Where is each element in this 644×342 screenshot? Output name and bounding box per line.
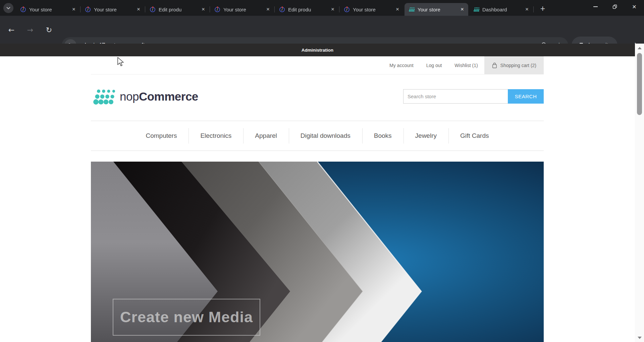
tab-separator xyxy=(80,6,80,12)
browser-window: Your store×Your store×Edit produ×Your st… xyxy=(0,0,644,342)
category-menu-item[interactable]: Apparel xyxy=(243,132,289,139)
scrollbar-up-button[interactable] xyxy=(635,44,644,52)
shopping-cart-label: Shopping cart (2) xyxy=(500,63,536,68)
tab-label: Your store xyxy=(94,7,135,12)
circle-bolt-icon xyxy=(150,6,156,12)
tab-label: Your store xyxy=(29,7,70,12)
close-icon: ✕ xyxy=(632,4,636,10)
page-content: My accountLog outWishlist (1) Shopping c… xyxy=(91,56,544,342)
tab[interactable]: Your store× xyxy=(81,3,145,16)
tab-label: Your store xyxy=(353,7,394,12)
arrow-up-icon xyxy=(638,47,642,49)
hero-cta-label: Create new Media xyxy=(120,308,253,326)
tab-close-icon[interactable]: × xyxy=(200,6,207,13)
hero-banner[interactable]: Create new Media xyxy=(91,162,544,342)
account-links: My accountLog outWishlist (1) xyxy=(383,56,484,74)
tab-close-icon[interactable]: × xyxy=(135,6,142,13)
arrow-down-icon xyxy=(638,337,642,339)
tab-close-icon[interactable]: × xyxy=(329,6,336,13)
category-menu: ComputersElectronicsApparelDigital downl… xyxy=(91,121,544,151)
header-links-row: My accountLog outWishlist (1) Shopping c… xyxy=(91,56,544,74)
store-logo[interactable]: nopCommerce xyxy=(92,87,198,106)
browser-titlebar: Your store×Your store×Edit produ×Your st… xyxy=(0,0,644,16)
tab-label: Your store xyxy=(418,7,459,12)
tab[interactable]: Dashboard× xyxy=(469,3,533,16)
tab-close-icon[interactable]: × xyxy=(394,6,401,13)
nop-dots-icon xyxy=(473,6,479,12)
tab-label: Edit produ xyxy=(288,7,329,12)
category-menu-item[interactable]: Digital downloads xyxy=(289,132,362,139)
tab-strip: Your store×Your store×Edit produ×Your st… xyxy=(0,0,570,16)
circle-bolt-icon xyxy=(279,6,285,12)
category-menu-item[interactable]: Gift Cards xyxy=(448,132,501,139)
window-restore-button[interactable] xyxy=(605,0,625,13)
tab[interactable]: Edit produ× xyxy=(275,3,339,16)
tab-close-icon[interactable]: × xyxy=(459,6,466,13)
category-menu-item[interactable]: Computers xyxy=(134,132,189,139)
tab[interactable]: Edit produ× xyxy=(146,3,209,16)
forward-button[interactable]: → xyxy=(23,23,37,37)
tab[interactable]: Your store× xyxy=(210,3,274,16)
new-tab-button[interactable]: + xyxy=(538,3,548,13)
circle-bolt-icon xyxy=(20,6,26,12)
shopping-cart-link[interactable]: Shopping cart (2) xyxy=(484,56,544,74)
category-menu-item[interactable]: Books xyxy=(362,132,404,139)
administration-label: Administration xyxy=(302,48,333,53)
tab-label: Edit produ xyxy=(159,7,200,12)
window-close-button[interactable]: ✕ xyxy=(625,0,644,13)
browser-toolbar: ← → ↻ plugin47.satyanamsoft.com ☆ xyxy=(0,16,644,44)
restore-icon xyxy=(612,4,618,9)
reload-button[interactable]: ↻ xyxy=(42,23,56,37)
tab[interactable]: Your store× xyxy=(16,3,80,16)
category-menu-item[interactable]: Jewelry xyxy=(404,132,448,139)
logo-text: nopCommerce xyxy=(120,90,198,103)
minimize-icon xyxy=(593,6,598,7)
search-input[interactable] xyxy=(403,89,508,104)
nopcommerce-dots-logo-icon xyxy=(92,87,116,106)
header-link[interactable]: My account xyxy=(383,56,420,74)
tab-close-icon[interactable]: × xyxy=(70,6,77,13)
store-search: SEARCH xyxy=(403,89,544,104)
tab-separator xyxy=(533,6,534,12)
page-viewport: Administration My accountLog outWishlist… xyxy=(0,44,635,342)
circle-bolt-icon xyxy=(344,6,350,12)
tab-close-icon[interactable]: × xyxy=(524,6,530,13)
hero-cta-box[interactable]: Create new Media xyxy=(113,299,260,336)
tab-separator xyxy=(210,6,210,12)
header-link[interactable]: Wishlist (1) xyxy=(448,56,484,74)
shopping-bag-icon xyxy=(492,62,497,68)
tab-label: Your store xyxy=(223,7,265,12)
tab-active[interactable]: Your store× xyxy=(405,3,468,16)
header-middle: nopCommerce SEARCH xyxy=(91,74,544,121)
circle-bolt-icon xyxy=(85,6,91,12)
search-button[interactable]: SEARCH xyxy=(508,89,544,104)
header-link[interactable]: Log out xyxy=(420,56,448,74)
back-button[interactable]: ← xyxy=(5,23,18,37)
administration-bar[interactable]: Administration xyxy=(0,44,635,56)
page-scrollbar[interactable] xyxy=(635,44,644,342)
scrollbar-down-button[interactable] xyxy=(635,334,644,341)
window-minimize-button[interactable] xyxy=(586,0,605,13)
scrollbar-thumb[interactable] xyxy=(637,53,642,115)
tab-separator xyxy=(339,6,339,12)
window-controls: ✕ xyxy=(586,0,644,13)
tab-separator xyxy=(274,6,275,12)
category-menu-item[interactable]: Electronics xyxy=(189,132,243,139)
circle-bolt-icon xyxy=(214,6,220,12)
tab[interactable]: Your store× xyxy=(340,3,404,16)
nop-dots-icon xyxy=(409,6,415,12)
tab-label: Dashboard xyxy=(482,7,524,12)
tab-separator xyxy=(145,6,145,12)
tab-close-icon[interactable]: × xyxy=(265,6,271,13)
